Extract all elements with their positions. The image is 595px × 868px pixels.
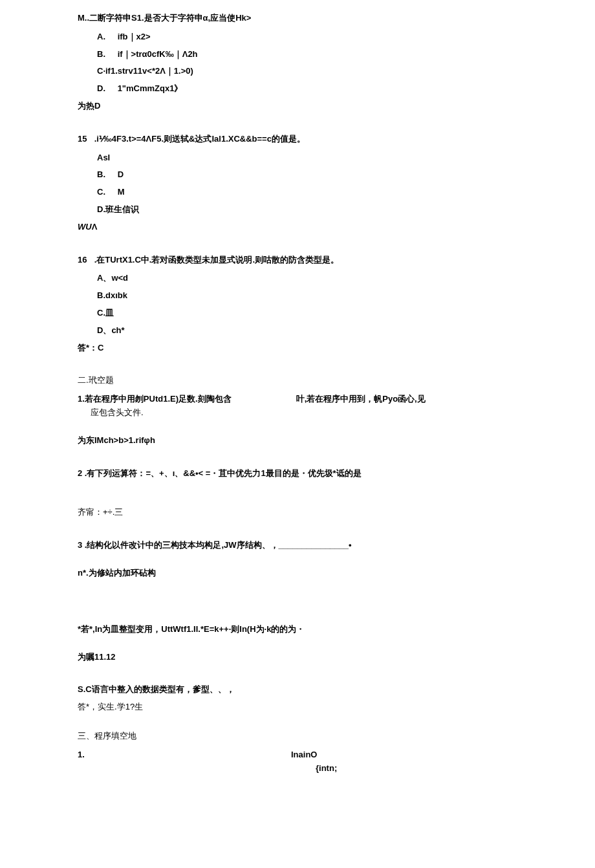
fill-q4: *若*,In为皿整型变用，UttWtf1.II.*E=k++∙则In(H为·k的… (78, 623, 517, 636)
q16-opt-b: B.dxıbk (97, 289, 517, 303)
q15-answer: WUΛ (78, 221, 517, 234)
q16-opt-c: C.皿 (97, 307, 517, 320)
q15-opt-a: AsI (97, 151, 517, 165)
fill-q2-num: 2 (78, 468, 82, 478)
q14-stem-text: M..二断字符申S1.是否大于字符申α,应当使Hk> (78, 13, 251, 23)
q15-answer-italic: WU (78, 222, 92, 232)
q15-opt-d-text: D.班生信识 (97, 204, 139, 214)
fill-q5: S.C语言中整入的数据类型有，爹型、、， (78, 683, 517, 697)
section3-title: 三、程序填空地 (78, 730, 517, 743)
fill-q1-answer: 为东IMch>b>1.rifφh (78, 434, 517, 448)
q15-opt-c-letter: C. (97, 186, 115, 199)
fill-q3: 3 .结构化以件改计中的三构技本均构足,JW序结构、，_____________… (78, 539, 517, 552)
q16-opt-a-text: A、w<d (97, 273, 128, 283)
q14-opt-c: C∙if1.strv11v<*2Λ｜1.>0) (97, 65, 517, 78)
prog-q1-inaino: InainO (291, 748, 317, 762)
q14-opt-b-letter: B. (97, 48, 115, 61)
q14-opt-d-text: 1"mCmmZqx1》 (118, 83, 183, 93)
q14-opt-c-text: C∙if1.strv11v<*2Λ｜1.>0) (97, 66, 193, 76)
q16-stem: 16 .在TUrtX1.C中.若对函数类型未加显式说明.则咕散的防含类型是。 (78, 254, 517, 267)
q16-opt-c-text: C.皿 (97, 308, 114, 318)
fill-q1-line2: 应包含头文件. (91, 406, 517, 420)
q14-options: A. ifb｜x2> B. if｜>trα0cfK‰｜Λ2h C∙if1.str… (97, 30, 517, 96)
q15-opt-d: D.班生信识 (97, 203, 517, 217)
fill-q3-answer: n*.为修站内加环砧构 (78, 567, 517, 580)
q14-opt-a: A. ifb｜x2> (97, 30, 517, 44)
q14-opt-d-letter: D. (97, 82, 115, 96)
q14-opt-b: B. if｜>trα0cfK‰｜Λ2h (97, 48, 517, 61)
q15-answer-tail: Λ (92, 222, 98, 232)
fill-q2-answer: 齐甯：+÷.三 (78, 506, 517, 519)
q14-opt-a-text: ifb｜x2> (118, 32, 151, 41)
fill-q1-num: 1. (78, 393, 85, 406)
q14-opt-b-text: if｜>trα0cfK‰｜Λ2h (118, 49, 198, 59)
fill-q1-left: 若在程序中用刎PUtd1.E)足数.刻陶包含 (85, 393, 232, 406)
q15-opt-b-text: D (118, 169, 124, 179)
q15-stem-text: .i⅟‰4F3.t>=4ΛF5.则送轼&达式Ial1.XC&&b==c的值是。 (94, 134, 305, 144)
fill-q1-right: 叶,若在程序中用到，帆Pyo函心,见 (296, 393, 426, 406)
q14-answer: 为热D (78, 100, 517, 113)
fill-q2: 2 .有下列运算符：=、+、ı、&&•< =・苴中优先力1最目的是・优先圾*诋的… (78, 467, 517, 481)
fill-q5-answer: 答*，实生.学1?生 (78, 700, 517, 714)
q16-opt-a: A、w<d (97, 272, 517, 285)
q14-stem: M..二断字符申S1.是否大于字符申α,应当使Hk> (78, 12, 517, 25)
q15-opt-b-letter: B. (97, 168, 115, 182)
fill-q1: 1. 若在程序中用刎PUtd1.E)足数.刻陶包含 叶,若在程序中用到，帆Pyo… (78, 393, 517, 420)
q15-opt-c: C. M (97, 186, 517, 199)
q14-opt-d: D. 1"mCmmZqx1》 (97, 82, 517, 96)
q16-opt-d: D、ch* (97, 324, 517, 338)
prog-q1: 1. InainO (78, 748, 517, 762)
fill-q3-text: .结构化以件改计中的三构技本均构足,JW序结构、，_______________… (85, 540, 352, 550)
q15-num: 15 (78, 133, 92, 146)
q16-opt-d-text: D、ch* (97, 325, 125, 335)
q16-answer: 答*：C (78, 342, 517, 355)
prog-q1-intn: {intn; (316, 762, 517, 776)
q16-stem-text: .在TUrtX1.C中.若对函数类型未加显式说明.则咕散的防含类型是。 (94, 255, 339, 265)
fill-q4-answer: 为嘱11.12 (78, 651, 517, 664)
q16-num: 16 (78, 254, 92, 267)
q15-opt-b: B. D (97, 168, 517, 182)
fill-q2-text: .有下列运算符：=、+、ı、&&•< =・苴中优先力1最目的是・优先圾*诋的是 (85, 468, 362, 478)
q16-options: A、w<d B.dxıbk C.皿 D、ch* (97, 272, 517, 337)
fill-q3-num: 3 (78, 540, 82, 550)
q15-opt-c-text: M (118, 187, 125, 197)
section2-title: 二.玳空题 (78, 374, 517, 387)
q16-opt-b-text: B.dxıbk (97, 290, 127, 300)
q15-stem: 15 .i⅟‰4F3.t>=4ΛF5.则送轼&达式Ial1.XC&&b==c的值… (78, 133, 517, 146)
q14-opt-a-letter: A. (97, 30, 115, 44)
prog-q1-num: 1. (78, 748, 291, 762)
q15-opt-a-text: AsI (97, 153, 110, 162)
q15-options: AsI B. D C. M D.班生信识 (97, 151, 517, 217)
